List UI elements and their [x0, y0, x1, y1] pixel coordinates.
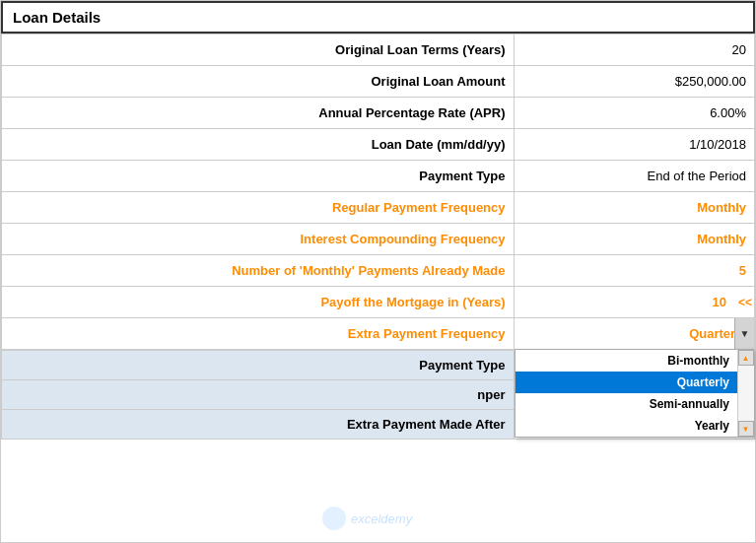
value-monthly-payments-made: 5	[514, 255, 754, 287]
value-original-loan-terms: 20	[514, 34, 754, 66]
lower-label-extra-payment-after: Extra Payment Made After	[2, 410, 515, 440]
label-regular-payment-freq: Regular Payment Frequency	[2, 192, 515, 224]
table-row: Original Loan Terms (Years) 20	[2, 34, 755, 66]
double-arrow-icon[interactable]: <<	[738, 296, 752, 309]
svg-point-0	[322, 507, 346, 530]
table-row: Interest Compounding Frequency Monthly	[2, 224, 755, 255]
scrollbar-down-button[interactable]: ▼	[738, 421, 754, 437]
label-interest-compounding-freq: Interest Compounding Frequency	[2, 224, 515, 255]
extra-payment-freq-dropdown-cell[interactable]: Quarterly ▼ Bi-monthly Quarterly Semi-an…	[514, 318, 754, 350]
watermark: exceldemy	[319, 504, 438, 536]
table-row: Number of 'Monthly' Payments Already Mad…	[2, 255, 755, 287]
dropdown-arrow-icon[interactable]: ▼	[734, 318, 754, 349]
value-regular-payment-freq: Monthly	[514, 192, 754, 224]
label-original-loan-terms: Original Loan Terms (Years)	[2, 34, 515, 66]
value-payment-type: End of the Period	[514, 161, 754, 192]
label-payment-type: Payment Type	[2, 161, 515, 192]
table-row: Original Loan Amount $250,000.00	[2, 66, 755, 98]
svg-text:exceldemy: exceldemy	[351, 511, 414, 526]
dropdown-popup-inner: Bi-monthly Quarterly Semi-annually Yearl…	[515, 350, 753, 437]
loan-details-table: Original Loan Terms (Years) 20 Original …	[1, 34, 755, 350]
table-row: Regular Payment Frequency Monthly	[2, 192, 755, 224]
dropdown-item-yearly[interactable]: Yearly	[515, 415, 737, 437]
table-row: Payoff the Mortgage in (Years) 10 <<	[2, 287, 755, 318]
table-row: Payment Type End of the Period	[2, 161, 755, 192]
value-original-loan-amount: $250,000.00	[514, 66, 754, 98]
label-payoff-mortgage: Payoff the Mortgage in (Years)	[2, 287, 515, 318]
table-row: Loan Date (mm/dd/yy) 1/10/2018	[2, 129, 755, 161]
lower-label-payment-type: Payment Type	[2, 351, 515, 380]
section-title: Loan Details	[1, 1, 755, 34]
dropdown-scrollbar: ▲ ▼	[737, 350, 753, 437]
label-monthly-payments-made: Number of 'Monthly' Payments Already Mad…	[2, 255, 515, 287]
label-loan-date: Loan Date (mm/dd/yy)	[2, 129, 515, 161]
label-original-loan-amount: Original Loan Amount	[2, 66, 515, 98]
dropdown-item-semiannually[interactable]: Semi-annually	[515, 393, 737, 415]
dropdown-popup: Bi-monthly Quarterly Semi-annually Yearl…	[515, 349, 754, 438]
value-loan-date: 1/10/2018	[514, 129, 754, 161]
label-apr: Annual Percentage Rate (APR)	[2, 98, 515, 129]
label-extra-payment-freq: Extra Payment Frequency	[2, 318, 515, 350]
value-payoff-mortgage: 10 <<	[514, 287, 754, 318]
scrollbar-up-button[interactable]: ▲	[738, 350, 754, 366]
value-apr: 6.00%	[514, 98, 754, 129]
extra-payment-freq-row: Extra Payment Frequency Quarterly ▼ Bi-m…	[2, 318, 755, 350]
lower-label-nper: nper	[2, 380, 515, 410]
dropdown-item-bimonthly[interactable]: Bi-monthly	[515, 350, 737, 372]
main-container: Loan Details Original Loan Terms (Years)…	[0, 0, 756, 543]
table-row: Annual Percentage Rate (APR) 6.00%	[2, 98, 755, 129]
scrollbar-track	[738, 366, 754, 421]
value-interest-compounding-freq: Monthly	[514, 224, 754, 255]
dropdown-list: Bi-monthly Quarterly Semi-annually Yearl…	[515, 350, 737, 437]
dropdown-item-quarterly[interactable]: Quarterly	[515, 372, 737, 393]
